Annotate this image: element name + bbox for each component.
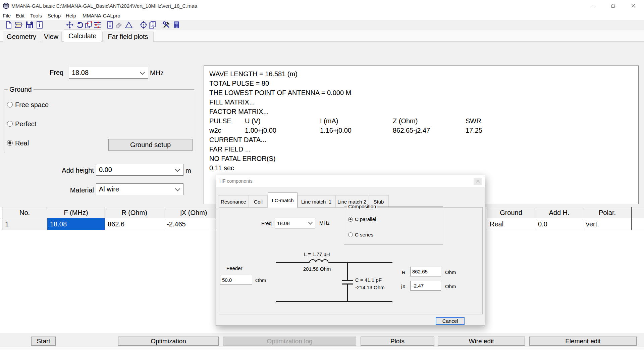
rotate-icon[interactable] (76, 21, 84, 29)
cell-jx-ohm[interactable]: -2.465 (164, 218, 224, 230)
eraser-icon[interactable] (115, 21, 123, 29)
material-combobox[interactable]: Al wire (96, 183, 183, 195)
main-tab-strip: Geometry View Calculate Far field plots (0, 30, 644, 42)
dialog-title: HF components (219, 175, 253, 187)
dialog-tab-resonance[interactable]: Resonance (218, 195, 249, 208)
ground-setup-button[interactable]: Ground setup (108, 139, 193, 151)
freq-value: 18.08 (72, 69, 89, 77)
calculate-icon[interactable] (172, 21, 180, 29)
add-height-combobox[interactable]: 0.00 (96, 164, 183, 176)
dialog-freq-value: 18.08 (277, 220, 290, 226)
table-row: Real 0.0 vert. (487, 218, 644, 230)
menu-setup[interactable]: Setup (48, 11, 61, 20)
cell-polar[interactable]: vert. (583, 218, 632, 230)
output-pulse-col: PULSE (209, 117, 231, 125)
dialog-title-bar[interactable]: HF components (216, 175, 485, 187)
col-header-ground[interactable]: Ground (487, 207, 535, 218)
r-input[interactable] (410, 267, 441, 276)
dialog-tab-lc-match[interactable]: LC-match (268, 192, 298, 208)
material-value: Al wire (99, 185, 119, 193)
output-pulse-col: I (mA) (320, 117, 338, 125)
col-header-no[interactable]: No. (2, 207, 47, 218)
chevron-down-icon (308, 220, 313, 225)
menu-help[interactable]: Help (66, 11, 76, 20)
circuit-wire (276, 262, 310, 263)
col-header-polar[interactable]: Polar. (583, 207, 632, 218)
feeder-input[interactable] (220, 275, 252, 285)
radio-perfect[interactable] (7, 121, 13, 127)
menu-tools[interactable]: Tools (30, 11, 42, 20)
wire-list-icon[interactable] (106, 21, 114, 29)
circuit-wire (347, 285, 348, 302)
output-pulse-col: U (V) (245, 117, 261, 125)
radio-free-space[interactable] (7, 102, 13, 107)
cancel-button[interactable]: Cancel (436, 317, 465, 325)
cell-r-ohm[interactable]: 862.6 (105, 218, 164, 230)
composition-legend: Composition (347, 204, 377, 209)
col-header-r-ohm[interactable]: R (Ohm) (105, 207, 164, 218)
output-pulse-col: 862.65-j2.47 (393, 127, 430, 134)
menu-file[interactable]: File (3, 11, 11, 20)
col-header-jx-ohm[interactable]: jX (Ohm) (164, 207, 224, 218)
radio-c-series[interactable] (348, 232, 353, 237)
chevron-down-icon (175, 186, 180, 191)
plots-button[interactable]: Plots (361, 337, 434, 346)
add-height-unit: m (185, 167, 191, 175)
output-line: WAVE LENGTH = 16.581 (m) (209, 70, 298, 78)
output-line: 0.11 sec (209, 164, 234, 172)
toolbar (0, 20, 644, 30)
tab-view[interactable]: View (41, 32, 62, 42)
move-icon[interactable] (66, 21, 74, 29)
optimization-button[interactable]: Optimization (118, 337, 219, 346)
new-file-icon[interactable] (5, 21, 13, 29)
dialog-tab-line-match-1[interactable]: Line match 1 (298, 195, 335, 208)
material-label: Material (46, 186, 94, 194)
open-file-icon[interactable] (15, 21, 23, 29)
radio-c-parallel-label: C parallel (355, 216, 376, 222)
jx-unit: Ohm (445, 283, 456, 289)
output-pulse-col: Z (Ohm) (393, 117, 418, 125)
add-height-label: Add height (46, 167, 94, 174)
tab-geometry[interactable]: Geometry (3, 32, 40, 42)
menu-mmana-galpro[interactable]: MMANA-GALpro (83, 11, 120, 20)
cell-ground[interactable]: Real (487, 218, 535, 230)
set-origin-icon[interactable] (140, 21, 148, 29)
output-pulse-col: 1.00+j0.00 (245, 127, 276, 134)
radio-free-space-label: Free space (15, 101, 49, 109)
col-header-add-h[interactable]: Add H. (535, 207, 583, 218)
file-info-icon[interactable] (36, 21, 44, 29)
dialog-tab-coil[interactable]: Coil (249, 195, 268, 208)
tab-far-field-plots[interactable]: Far field plots (102, 32, 154, 42)
restore-button[interactable] (605, 0, 621, 11)
dialog-close-button[interactable] (474, 178, 482, 185)
menu-edit[interactable]: Edit (16, 11, 24, 20)
copy-icon[interactable] (148, 21, 156, 29)
dialog-freq-combobox[interactable]: 18.08 (275, 218, 315, 228)
freq-combobox[interactable]: 18.08 (69, 67, 148, 79)
minimize-button[interactable] (586, 0, 601, 11)
wire-edit-button[interactable]: Wire edit (438, 337, 525, 346)
table-header-row: No. F (MHz) R (Ohm) jX (Ohm) (2, 207, 224, 218)
r-unit: Ohm (445, 269, 456, 275)
cell-no[interactable]: 1 (2, 218, 47, 230)
tab-calculate[interactable]: Calculate (64, 30, 101, 42)
col-header-f-mhz[interactable]: F (MHz) (47, 207, 105, 218)
tools-setup-icon[interactable] (162, 21, 170, 29)
save-file-icon[interactable] (25, 21, 34, 29)
optimization-log-button: Optimization log (223, 337, 356, 346)
cell-f-mhz-selected[interactable]: 18.08 (47, 218, 105, 230)
feeder-label: Feeder (226, 265, 243, 271)
jx-input[interactable] (410, 281, 441, 291)
start-button[interactable]: Start (31, 337, 56, 346)
dialog-freq-label: Freq (261, 220, 272, 226)
segment-options-icon[interactable] (93, 21, 101, 29)
triangle-plot-icon[interactable] (125, 21, 133, 29)
element-edit-button[interactable]: Element edit (529, 337, 637, 346)
close-button[interactable] (626, 0, 641, 11)
radio-real[interactable] (7, 140, 13, 146)
radio-c-parallel[interactable] (348, 217, 353, 222)
cell-add-h[interactable]: 0.0 (535, 218, 583, 230)
wire-edit-icon[interactable] (85, 21, 93, 29)
output-pulse-col: w2c (209, 127, 221, 134)
col-header-spacer (632, 207, 644, 218)
